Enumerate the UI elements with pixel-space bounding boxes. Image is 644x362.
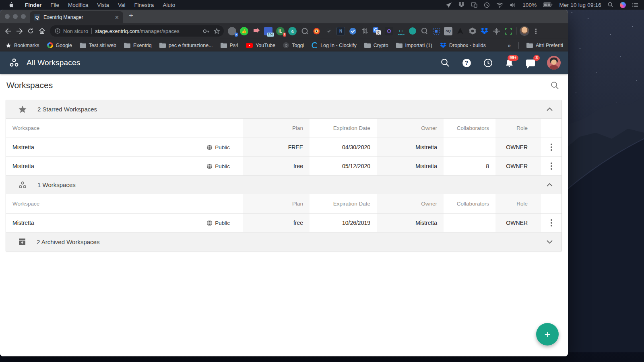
apple-menu-icon[interactable] xyxy=(8,2,13,8)
play-arrow-extension-icon[interactable] xyxy=(252,27,260,35)
menu-item-aiuto[interactable]: Aiuto xyxy=(158,2,180,8)
workspace-row[interactable]: MistrettaPublic FREE 04/30/2020 Mistrett… xyxy=(6,138,561,157)
brackets-dark-extension-icon[interactable] xyxy=(385,27,393,35)
bookmark-toggl[interactable]: Toggl xyxy=(283,42,304,48)
tab-close-icon[interactable]: ✕ xyxy=(114,14,120,21)
back-icon[interactable] xyxy=(2,25,14,37)
collapse-chevron-up-icon[interactable] xyxy=(547,107,553,111)
siri-icon[interactable] xyxy=(620,2,626,8)
bookmark-bookmarks[interactable]: Bookmarks xyxy=(6,43,39,48)
new-tab-button[interactable]: + xyxy=(123,11,133,22)
bookmark-folder-importati[interactable]: Importati (1) xyxy=(396,43,432,48)
bookmark-folder-test-siti-web[interactable]: Test siti web xyxy=(80,43,116,48)
displays-icon[interactable] xyxy=(471,2,477,8)
header-search-icon[interactable] xyxy=(440,58,450,68)
section-archived-workspaces[interactable]: 2 Archived Workspaces xyxy=(6,232,561,251)
other-bookmarks-folder[interactable]: Altri Preferiti xyxy=(526,43,563,48)
power-extension-icon[interactable]: x xyxy=(228,27,236,35)
forward-icon[interactable] xyxy=(14,25,25,37)
expand-chevron-down-icon[interactable] xyxy=(547,240,553,244)
loop-extension-icon[interactable] xyxy=(300,27,309,35)
sq-extension-icon[interactable]: SQ xyxy=(444,27,452,35)
bookmark-clockify[interactable]: Log In - Clockify xyxy=(312,42,357,48)
teal-dot-extension-icon[interactable] xyxy=(409,27,416,35)
workspaces-icon xyxy=(18,181,27,189)
notion-extension-icon[interactable]: N xyxy=(336,27,345,35)
bookmark-youtube[interactable]: YouTube xyxy=(246,43,275,48)
row-menu-kebab-icon[interactable] xyxy=(549,218,554,228)
row-menu-kebab-icon[interactable] xyxy=(549,142,554,152)
close-window-button[interactable] xyxy=(5,14,10,19)
menu-item-vai[interactable]: Vai xyxy=(114,2,130,8)
notification-center-icon[interactable] xyxy=(632,2,638,8)
blue-square-extension-icon[interactable] xyxy=(432,27,440,35)
home-icon[interactable] xyxy=(36,25,47,37)
password-key-icon[interactable] xyxy=(203,29,210,33)
spotlight-icon[interactable] xyxy=(608,2,613,8)
menu-item-vista[interactable]: Vista xyxy=(93,2,114,8)
menu-item-finestra[interactable]: Finestra xyxy=(130,2,159,8)
workspace-row[interactable]: MistrettaPublic free 10/26/2019 Mistrett… xyxy=(6,214,561,232)
bookmark-folder-exentriq[interactable]: Exentriq xyxy=(124,43,152,48)
time-machine-icon[interactable] xyxy=(484,2,490,8)
bookmark-dropbox-builds[interactable]: Dropbox - builds xyxy=(440,43,486,48)
chat-icon[interactable]: 3 xyxy=(526,58,535,68)
address-bar[interactable]: Non sicuro stage.exentriq.com/manager/sp… xyxy=(50,25,224,37)
section-starred-workspaces[interactable]: 2 Starred Workspaces xyxy=(6,100,561,119)
chrome-profile-avatar[interactable] xyxy=(520,26,529,36)
workspace-row[interactable]: MistrettaPublic free 05/12/2020 Mistrett… xyxy=(6,157,561,176)
rings-extension-icon[interactable] xyxy=(312,27,321,35)
page-search-icon[interactable] xyxy=(551,81,559,90)
translate-extension-icon[interactable]: G文 xyxy=(373,27,381,35)
check-extension-icon[interactable] xyxy=(349,27,357,35)
add-workspace-fab[interactable]: + xyxy=(536,323,559,346)
user-avatar[interactable] xyxy=(547,56,561,70)
menu-item-modifica[interactable]: Modifica xyxy=(64,2,93,8)
reload-icon[interactable] xyxy=(25,25,36,37)
dropbox-extension-icon[interactable] xyxy=(480,27,489,35)
menu-item-file[interactable]: File xyxy=(46,2,64,8)
q-loop-extension-icon[interactable] xyxy=(420,27,428,35)
dropbox-status-icon[interactable] xyxy=(458,2,464,8)
volume-icon[interactable] xyxy=(510,2,516,8)
browser-tab[interactable]: Q Exentriq Manager ✕ xyxy=(30,11,123,23)
amazon-a-extension-icon[interactable]: a xyxy=(288,27,297,35)
section-workspaces[interactable]: 1 Workspaces xyxy=(6,176,561,194)
minimize-window-button[interactable] xyxy=(13,14,18,19)
browser-window: Q Exentriq Manager ✕ + Non sicuro stage.… xyxy=(0,10,568,356)
bookmark-star-icon[interactable] xyxy=(214,28,220,34)
clock-green-extension-icon[interactable]: IL1 xyxy=(276,27,285,35)
zoom-window-button[interactable] xyxy=(21,14,26,19)
bookmark-google[interactable]: Google xyxy=(47,42,72,48)
crosshair-extension-icon[interactable] xyxy=(492,27,501,35)
bookmark-folder-crypto[interactable]: Crypto xyxy=(364,43,388,48)
bookmarks-overflow-chevron[interactable]: » xyxy=(508,42,511,49)
languagetool-extension-icon[interactable]: LT xyxy=(397,27,405,35)
menu-item-finder[interactable]: Finder xyxy=(21,2,46,8)
workspaces-icon[interactable] xyxy=(9,58,19,68)
url-text[interactable]: stage.exentriq.com/manager/spaces xyxy=(95,28,200,34)
arrows-extension-icon[interactable] xyxy=(361,27,369,35)
airplay-icon[interactable] xyxy=(446,2,452,8)
svg-text:文: 文 xyxy=(376,30,380,35)
cursor-extension-icon[interactable] xyxy=(456,27,464,35)
collapse-chevron-up-icon[interactable] xyxy=(547,183,553,187)
calendar-extension-icon[interactable]: 15d xyxy=(264,27,272,35)
bookmarks-bar: Bookmarks Google Test siti web Exentriq … xyxy=(0,39,568,51)
bookmark-folder-pec[interactable]: pec e fatturazione... xyxy=(159,43,213,48)
bookmark-folder-ps4[interactable]: Ps4 xyxy=(221,43,239,48)
help-icon[interactable]: ? xyxy=(462,58,471,68)
row-menu-kebab-icon[interactable] xyxy=(549,161,554,171)
recent-activity-icon[interactable] xyxy=(483,58,493,68)
notifications-bell-icon[interactable]: 99+ xyxy=(504,58,514,68)
page-content: Workspaces 2 Starred Workspaces Workspac… xyxy=(0,74,568,356)
gear-extension-icon[interactable] xyxy=(468,27,477,35)
col-workspace: Workspace xyxy=(6,194,243,213)
shield-extension-icon[interactable] xyxy=(324,27,333,35)
screenshot-extension-icon[interactable] xyxy=(504,27,513,35)
chrome-menu-icon[interactable] xyxy=(533,29,539,34)
thumbs-up-extension-icon[interactable]: 👍 xyxy=(240,27,248,35)
wifi-icon[interactable] xyxy=(496,2,503,8)
site-info[interactable]: Non sicuro xyxy=(55,28,88,34)
menu-clock[interactable]: Mer 10 lug 09:16 xyxy=(559,2,601,8)
